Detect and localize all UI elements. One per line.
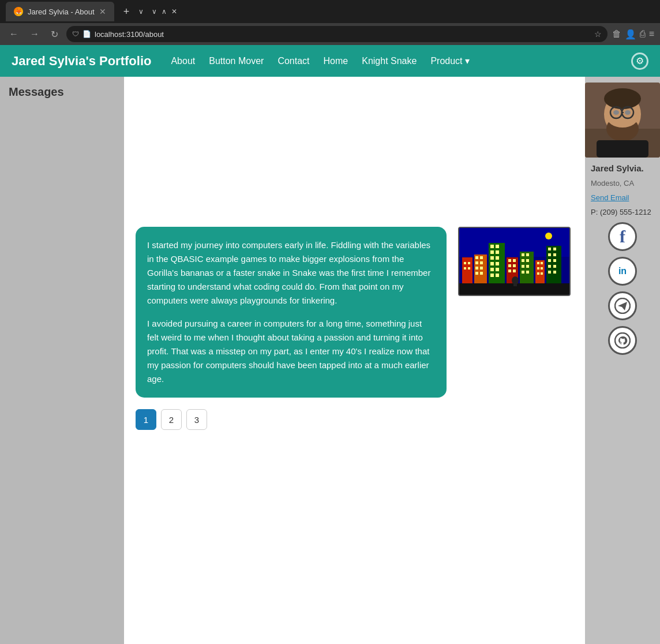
sidebar-title: Messages (9, 85, 115, 99)
phone-number: (209) 555-1212 (600, 208, 651, 216)
forward-button[interactable]: → (27, 27, 43, 42)
svg-rect-51 (541, 272, 543, 275)
story-text-box: I started my journey into computers earl… (136, 227, 447, 398)
svg-rect-31 (513, 259, 516, 262)
site-logo[interactable]: Jared Sylvia's Portfolio (12, 54, 151, 69)
svg-rect-9 (480, 256, 483, 259)
nav-link-contact[interactable]: Contact (278, 56, 309, 66)
page-icon: 📄 (82, 30, 91, 38)
tab-close-button[interactable]: ✕ (99, 7, 106, 16)
pocket-icon[interactable]: 🗑 (612, 29, 621, 40)
svg-rect-10 (475, 261, 478, 264)
profile-location: Modesto, CA (591, 179, 654, 188)
svg-rect-5 (464, 267, 466, 269)
svg-rect-61 (548, 271, 551, 274)
profile-photo (585, 83, 660, 158)
phone-label: P: (591, 208, 598, 216)
svg-point-75 (613, 110, 619, 115)
nav-dropdown-product[interactable]: Product ▾ (430, 55, 469, 66)
svg-rect-39 (522, 259, 524, 262)
svg-rect-57 (548, 259, 551, 262)
svg-rect-8 (475, 256, 478, 259)
buildings-svg (459, 227, 571, 295)
story-paragraph-1: I started my journey into computers earl… (147, 238, 435, 308)
extensions-icon[interactable]: ⎙ (640, 29, 646, 40)
svg-rect-46 (537, 262, 539, 264)
svg-rect-20 (496, 250, 499, 254)
site-body: Messages I started my journey into compu… (0, 77, 660, 644)
svg-rect-23 (490, 262, 494, 265)
svg-rect-77 (597, 140, 648, 158)
svg-rect-47 (541, 262, 543, 264)
svg-rect-11 (480, 261, 483, 264)
page-button-2[interactable]: 2 (161, 409, 182, 430)
profile-name: Jared Sylvia. (591, 163, 654, 173)
browser-tab[interactable]: 🦊 Jared Sylvia - About ✕ (6, 2, 114, 21)
svg-rect-6 (468, 267, 470, 269)
svg-rect-59 (548, 265, 551, 268)
game-screenshot (458, 227, 571, 296)
svg-rect-24 (496, 262, 499, 265)
gear-settings-icon[interactable]: ⚙ (631, 53, 648, 70)
profile-photo-image (585, 83, 660, 158)
page-button-1[interactable]: 1 (136, 409, 156, 430)
svg-rect-52 (546, 246, 561, 283)
security-icon: 🛡 (72, 30, 79, 38)
pagination: 1 2 3 (136, 409, 573, 430)
address-input[interactable] (95, 30, 591, 39)
page-button-3[interactable]: 3 (186, 409, 207, 430)
dropdown-arrow-icon: ▾ (465, 55, 470, 66)
nav-link-button-mover[interactable]: Button Mover (209, 56, 264, 66)
nav-link-about[interactable]: About (171, 56, 195, 66)
telegram-svg (614, 298, 631, 314)
story-image-container (458, 227, 573, 296)
browser-toolbar: ← → ↻ 🛡 📄 ☆ 🗑 👤 ⎙ ≡ (0, 23, 660, 45)
svg-rect-37 (522, 253, 524, 256)
svg-rect-40 (526, 259, 529, 262)
svg-rect-58 (553, 259, 556, 262)
linkedin-icon[interactable]: in (608, 257, 637, 286)
svg-rect-27 (490, 274, 494, 277)
telegram-icon[interactable] (608, 291, 637, 320)
svg-rect-62 (553, 271, 556, 274)
back-button[interactable]: ← (6, 27, 22, 42)
svg-rect-60 (553, 265, 556, 268)
svg-rect-17 (490, 245, 494, 248)
svg-rect-53 (548, 248, 551, 250)
github-icon[interactable] (608, 326, 637, 355)
svg-point-70 (604, 88, 641, 109)
nav-gear-container: ⚙ (631, 53, 648, 70)
svg-rect-45 (535, 260, 545, 283)
svg-rect-44 (526, 271, 529, 274)
facebook-icon[interactable]: f (608, 222, 637, 251)
sidebar: Messages (0, 77, 124, 644)
svg-rect-4 (468, 262, 470, 264)
svg-point-80 (615, 333, 630, 348)
svg-rect-28 (496, 274, 499, 277)
profile-icon[interactable]: 👤 (625, 29, 636, 40)
svg-rect-35 (513, 269, 516, 272)
story-section: I started my journey into computers earl… (136, 227, 573, 398)
svg-rect-42 (526, 265, 529, 268)
site-navigation: Jared Sylvia's Portfolio About Button Mo… (0, 45, 660, 77)
menu-icon[interactable]: ≡ (649, 29, 654, 40)
browser-titlebar: 🦊 Jared Sylvia - About ✕ + ∨ ∨ ∧ ✕ (0, 0, 660, 23)
new-tab-button[interactable]: + (119, 6, 134, 18)
svg-rect-34 (508, 269, 511, 272)
send-email-link[interactable]: Send Email (591, 193, 654, 202)
nav-link-knight-snake[interactable]: Knight Snake (362, 56, 417, 66)
nav-link-home[interactable]: Home (324, 56, 348, 66)
svg-rect-1 (462, 260, 472, 283)
svg-rect-41 (522, 265, 524, 268)
svg-rect-54 (553, 248, 556, 250)
svg-rect-48 (537, 267, 539, 269)
toolbar-right-icons: 🗑 👤 ⎙ ≡ (612, 29, 654, 40)
profile-phone: P: (209) 555-1212 (591, 208, 654, 216)
bookmark-icon[interactable]: ☆ (594, 29, 602, 39)
story-paragraph-2: I avoided pursuing a career in computers… (147, 317, 435, 386)
svg-rect-14 (475, 272, 478, 275)
reload-button[interactable]: ↻ (47, 27, 62, 42)
svg-rect-12 (475, 267, 478, 269)
svg-rect-15 (480, 272, 483, 275)
address-bar-container: 🛡 📄 ☆ (66, 26, 608, 42)
